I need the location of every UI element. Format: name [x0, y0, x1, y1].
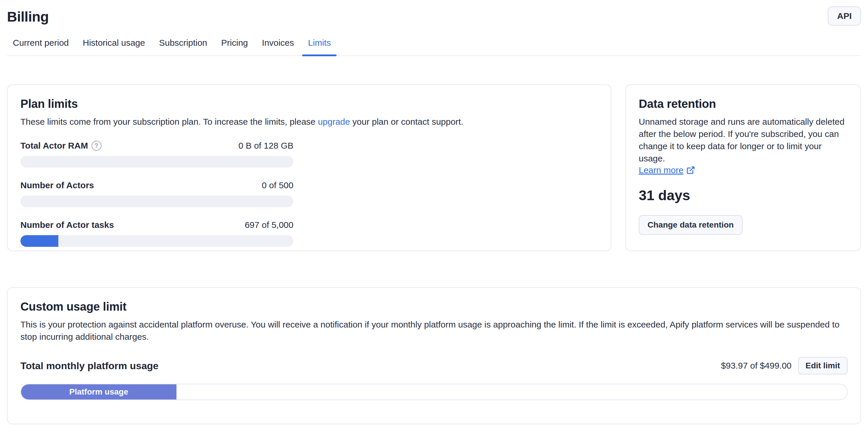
custom-usage-limit-title: Custom usage limit [21, 300, 847, 313]
tab-current-period[interactable]: Current period [7, 38, 75, 55]
upgrade-link[interactable]: upgrade [318, 117, 350, 127]
cards-row: Plan limits These limits come from your … [7, 85, 861, 251]
plan-limits-card: Plan limits These limits come from your … [7, 85, 611, 251]
api-button[interactable]: API [828, 6, 861, 26]
progress-track [21, 156, 293, 168]
data-retention-title: Data retention [639, 97, 847, 110]
limit-rows: Total Actor RAM ? 0 B of 128 GB Number o… [21, 141, 293, 247]
limit-label-text: Number of Actor tasks [21, 220, 114, 230]
plan-limits-description-before: These limits come from your subscription… [21, 117, 318, 127]
page-title: Billing [7, 6, 49, 25]
tab-subscription[interactable]: Subscription [153, 38, 213, 55]
page-header: Billing API [7, 6, 861, 26]
limit-value: 0 of 500 [262, 180, 293, 190]
learn-more-label: Learn more [639, 165, 683, 175]
tab-historical-usage[interactable]: Historical usage [77, 38, 151, 55]
progress-fill [21, 235, 58, 247]
usage-progress-track: Platform usage [21, 384, 847, 400]
limit-row-number-of-actor-tasks: Number of Actor tasks 697 of 5,000 [21, 220, 293, 247]
external-link-icon [686, 166, 695, 174]
custom-usage-limit-card: Custom usage limit This is your protecti… [7, 287, 861, 424]
plan-limits-title: Plan limits [21, 97, 598, 110]
tab-limits[interactable]: Limits [302, 38, 337, 55]
learn-more-link[interactable]: Learn more [639, 165, 695, 175]
billing-page: Billing API Current period Historical us… [0, 0, 868, 424]
limit-value: 0 B of 128 GB [239, 141, 293, 151]
retention-period-value: 31 days [639, 187, 847, 203]
billing-tabs: Current period Historical usage Subscrip… [7, 38, 861, 56]
change-data-retention-button[interactable]: Change data retention [639, 215, 743, 235]
progress-track [21, 235, 293, 247]
total-monthly-platform-usage-label: Total monthly platform usage [21, 360, 159, 371]
help-icon[interactable]: ? [92, 141, 101, 151]
plan-limits-description: These limits come from your subscription… [21, 116, 598, 128]
limit-label-text: Number of Actors [21, 180, 94, 190]
limit-value: 697 of 5,000 [245, 220, 293, 230]
limit-row-total-actor-ram: Total Actor RAM ? 0 B of 128 GB [21, 141, 293, 168]
usage-amount-value: $93.97 of $499.00 [721, 361, 792, 371]
usage-head-row: Total monthly platform usage $93.97 of $… [21, 357, 847, 374]
data-retention-card: Data retention Unnamed storage and runs … [625, 85, 861, 251]
usage-progress-fill: Platform usage [21, 384, 177, 399]
data-retention-description: Unnamed storage and runs are automatical… [639, 116, 847, 165]
limit-row-number-of-actors: Number of Actors 0 of 500 [21, 180, 293, 207]
plan-limits-description-after: your plan or contact support. [350, 117, 463, 127]
tab-invoices[interactable]: Invoices [256, 38, 300, 55]
tab-pricing[interactable]: Pricing [215, 38, 254, 55]
platform-usage-bar-label: Platform usage [69, 387, 128, 397]
edit-limit-button[interactable]: Edit limit [798, 357, 847, 374]
limit-label-text: Total Actor RAM [21, 141, 88, 151]
progress-track [21, 196, 293, 207]
custom-usage-limit-description: This is your protection against accident… [21, 319, 847, 343]
